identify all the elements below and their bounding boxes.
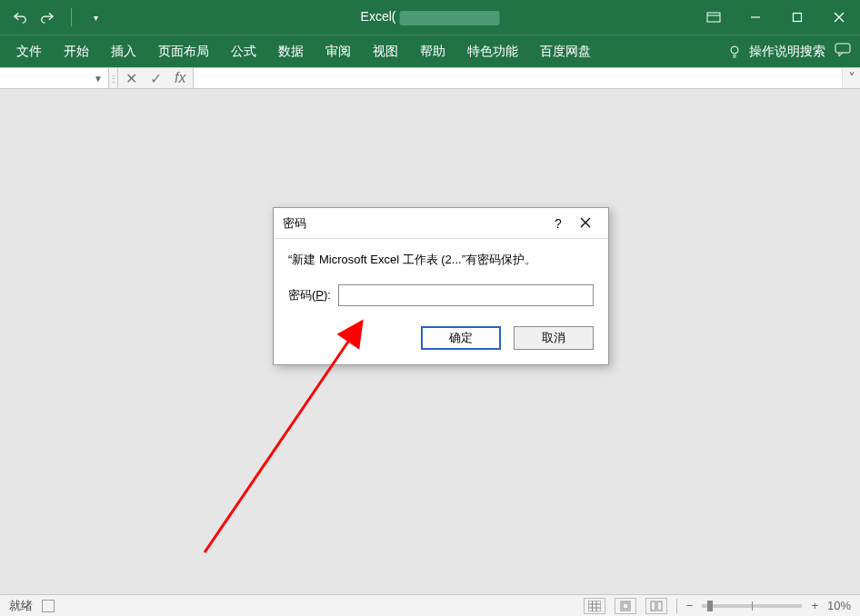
redo-icon[interactable] [40,10,55,25]
name-box-resize[interactable]: ⋮ [109,68,118,88]
status-bar: 就绪 − + 10% [0,594,860,616]
tell-me-label: 操作说明搜索 [749,44,825,60]
status-ready: 就绪 [9,598,33,614]
zoom-out-button[interactable]: − [686,599,694,612]
tab-view[interactable]: 视图 [362,35,409,67]
page-break-view-icon[interactable] [645,598,667,614]
dialog-message: “新建 Microsoft Excel 工作表 (2...”有密码保护。 [288,252,594,268]
enter-formula-icon[interactable]: ✓ [150,70,162,87]
tab-label: 插入 [111,44,136,60]
maximize-button[interactable] [776,0,818,35]
svg-rect-13 [588,601,601,611]
normal-view-icon[interactable] [584,598,605,614]
dialog-titlebar: 密码 ? [274,208,608,239]
tab-help[interactable]: 帮助 [409,35,456,67]
macro-record-icon[interactable] [42,600,55,612]
lightbulb-icon [727,45,742,59]
password-label: 密码(P): [288,287,331,303]
password-dialog: 密码 ? “新建 Microsoft Excel 工作表 (2...”有密码保护… [273,207,609,365]
svg-rect-0 [707,13,720,22]
dialog-title-text: 密码 [283,215,306,232]
svg-rect-9 [835,44,850,53]
tab-label: 特色功能 [467,44,518,60]
tab-baidu[interactable]: 百度网盘 [529,35,602,67]
password-input[interactable] [338,284,594,306]
tab-data[interactable]: 数据 [267,35,315,67]
ribbon-tabs: 文件 开始 插入 页面布局 公式 数据 审阅 视图 帮助 特色功能 百度网盘 操… [0,35,860,67]
dialog-body: “新建 Microsoft Excel 工作表 (2...”有密码保护。 密码(… [274,239,608,364]
tab-page-layout[interactable]: 页面布局 [147,35,220,67]
title-bar: ▾ Excel( [0,0,860,35]
svg-rect-19 [623,603,628,609]
minimize-button[interactable] [735,0,776,35]
quick-access-toolbar: ▾ [0,8,103,26]
name-box[interactable]: ▼ [0,68,109,88]
tab-insert[interactable]: 插入 [100,35,147,67]
tell-me-search[interactable]: 操作说明搜索 [727,44,825,60]
undo-icon[interactable] [13,10,27,25]
svg-point-6 [731,46,738,54]
zoom-slider[interactable] [702,604,802,608]
tab-label: 视图 [373,44,398,60]
tab-formulas[interactable]: 公式 [220,35,267,67]
tab-label: 文件 [16,44,42,60]
tab-label: 数据 [278,44,304,60]
tab-features[interactable]: 特色功能 [456,35,529,67]
comments-icon[interactable] [835,43,851,60]
tab-label: 审阅 [325,44,351,60]
tab-label: 页面布局 [158,44,209,60]
ribbon-display-options-icon[interactable] [693,0,735,35]
svg-rect-21 [657,601,662,611]
tab-label: 开始 [64,44,89,60]
expand-formula-bar-icon[interactable]: ˅ [842,68,860,88]
tab-review[interactable]: 审阅 [315,35,362,67]
tab-home[interactable]: 开始 [53,35,100,67]
tab-label: 公式 [231,44,256,60]
qat-customize-icon[interactable]: ▾ [88,10,103,25]
chevron-down-icon: ▼ [94,74,103,84]
fx-icon[interactable]: fx [175,70,185,86]
qat-separator [71,8,72,26]
window-controls [693,0,860,35]
svg-rect-20 [651,601,655,611]
zoom-in-button[interactable]: + [811,599,818,612]
dialog-help-button[interactable]: ? [545,216,572,231]
tab-label: 帮助 [420,44,445,60]
formula-bar: ▼ ⋮ ✕ ✓ fx ˅ [0,67,860,89]
page-layout-view-icon[interactable] [615,598,636,614]
window-title: Excel( [361,9,500,25]
password-row: 密码(P): [288,284,594,306]
formula-input[interactable] [194,68,842,88]
cancel-formula-icon[interactable]: ✕ [125,70,137,87]
app-title-text: Excel( [361,9,396,24]
ok-button[interactable]: 确定 [421,326,501,350]
close-button[interactable] [818,0,860,35]
dialog-close-button[interactable] [572,216,599,231]
tab-label: 百度网盘 [540,44,591,60]
tab-file[interactable]: 文件 [5,35,53,67]
formula-bar-buttons: ✕ ✓ fx [118,68,194,88]
workspace: 密码 ? “新建 Microsoft Excel 工作表 (2...”有密码保护… [0,89,860,594]
svg-rect-3 [794,14,802,22]
zoom-level[interactable]: 10% [827,599,851,612]
title-blurred-region [399,11,499,25]
dialog-buttons: 确定 取消 [288,326,594,350]
cancel-button[interactable]: 取消 [514,326,594,350]
